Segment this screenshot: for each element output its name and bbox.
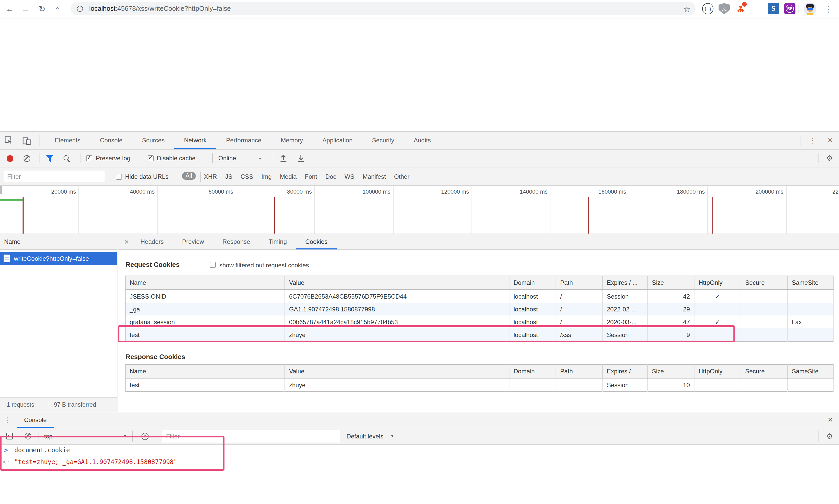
filter-type-manifest[interactable]: Manifest [363,168,386,185]
console-command-text[interactable]: document.cookie [14,445,70,456]
console-clear-icon[interactable] [24,433,31,439]
bookmark-star-icon[interactable]: ☆ [683,2,691,15]
column-header-expires[interactable]: Expires / ... [602,276,648,290]
s-extension-icon[interactable]: S [768,3,779,14]
column-header-size[interactable]: Size [648,364,694,378]
detail-tab-cookies[interactable]: Cookies [296,234,337,249]
throttling-select[interactable]: Online [219,149,236,167]
cookie-cell[interactable]: localhost [509,328,556,341]
cookie-cell[interactable]: 2022-02-... [602,303,648,316]
import-har-icon[interactable] [280,155,287,162]
name-column-header[interactable]: Name [4,238,20,245]
cookie-row-grafana_session[interactable]: grafana_session00b65787a441a24ca18c915b9… [125,316,834,328]
cookie-cell[interactable]: 42 [648,290,694,303]
devtools-tab-elements[interactable]: Elements [45,132,90,149]
column-header-path[interactable]: Path [556,276,602,290]
devtools-tab-network[interactable]: Network [174,132,216,149]
sitemap-extension-icon[interactable] [735,3,746,14]
drawer-menu-icon[interactable]: ⋮ [3,412,11,428]
cookie-cell[interactable]: 9 [648,328,694,341]
cookie-cell[interactable] [787,378,834,392]
cookie-cell[interactable]: 2020-03-... [602,316,648,328]
cookie-row-test[interactable]: testzhuyelocalhost/xssSession9 [125,328,834,341]
cookie-row-JSESSIONID[interactable]: JSESSIONID6C7076B2653A48CB55576D75F9E5CD… [125,290,834,303]
forward-icon[interactable]: → [20,0,31,18]
cookie-cell[interactable] [741,328,787,341]
cookie-cell[interactable] [694,328,741,341]
network-overview[interactable]: 20000 ms40000 ms60000 ms80000 ms100000 m… [0,186,839,234]
column-header-httponly[interactable]: HttpOnly [694,364,741,378]
filter-funnel-icon[interactable] [46,155,53,162]
cookie-row-_ga[interactable]: _gaGA1.1.907472498.1580877998localhost/2… [125,303,834,316]
browser-menu-icon[interactable]: ⋮ [823,0,834,18]
cookie-cell[interactable]: localhost [509,290,556,303]
column-header-name[interactable]: Name [125,276,285,290]
hide-data-urls-checkbox[interactable] [116,174,122,180]
devtools-tab-security[interactable]: Security [362,132,404,149]
cookie-cell[interactable]: / [556,316,602,328]
console-settings-gear-icon[interactable]: ⚙ [826,428,833,444]
column-header-value[interactable]: Value [285,276,509,290]
request-row-selected[interactable]: writeCookie?httpOnly=false [0,252,117,265]
cookie-cell[interactable] [694,303,741,316]
cookie-row-test[interactable]: testzhuyeSession10 [125,378,834,392]
cookie-cell[interactable]: grafana_session [125,316,285,328]
cookie-cell[interactable] [741,290,787,303]
url-text[interactable]: localhost:45678/xss/writeCookie?httpOnly… [89,2,231,15]
cookie-cell[interactable]: test [125,328,285,341]
console-filter-input[interactable] [162,430,340,443]
column-header-value[interactable]: Value [285,364,509,378]
devtools-tab-sources[interactable]: Sources [132,132,174,149]
detail-close-icon[interactable]: × [122,234,131,249]
column-header-domain[interactable]: Domain [509,276,556,290]
filter-type-media[interactable]: Media [280,168,297,185]
cookie-cell[interactable] [741,378,787,392]
console-levels-select[interactable]: Default levels [347,428,383,445]
reload-icon[interactable]: ↻ [36,0,48,18]
column-header-secure[interactable]: Secure [741,276,787,290]
cookie-cell[interactable]: Session [602,328,648,341]
live-expression-eye-icon[interactable] [141,433,148,440]
filter-type-all[interactable]: All [182,172,196,180]
detail-tab-timing[interactable]: Timing [259,234,296,249]
cookie-cell[interactable]: Lax [787,316,834,328]
detail-tab-response[interactable]: Response [213,234,259,249]
cookie-cell[interactable] [741,316,787,328]
cookie-cell[interactable]: zhuye [285,378,509,392]
devtools-tab-performance[interactable]: Performance [216,132,271,149]
avatar[interactable] [804,3,817,15]
devtools-menu-icon[interactable]: ⋮ [809,132,817,149]
grid-extension-icon[interactable] [751,3,763,14]
drawer-close-icon[interactable]: × [826,412,835,427]
filter-type-img[interactable]: Img [261,168,272,185]
column-header-samesite[interactable]: SameSite [787,364,834,378]
cookie-cell[interactable]: Session [602,290,648,303]
cookie-cell[interactable]: Session [602,378,648,392]
cookie-cell[interactable] [509,378,556,392]
cookie-cell[interactable]: /xss [556,328,602,341]
page-info-icon[interactable] [77,6,83,12]
filter-type-font[interactable]: Font [305,168,317,185]
devtools-tab-console[interactable]: Console [90,132,132,149]
console-messages[interactable]: > document.cookie <· "test=zhuye; _ga=GA… [0,445,839,504]
preserve-log-checkbox[interactable] [86,155,92,161]
column-header-name[interactable]: Name [125,364,285,378]
show-filtered-checkbox[interactable] [210,262,216,268]
column-header-secure[interactable]: Secure [741,364,787,378]
network-settings-gear-icon[interactable]: ⚙ [826,149,833,167]
filter-type-doc[interactable]: Doc [326,168,336,185]
filter-type-other[interactable]: Other [394,168,409,185]
cookie-cell[interactable]: localhost [509,303,556,316]
rp-extension-icon[interactable]: RP [784,3,796,14]
cookie-cell[interactable]: JSESSIONID [125,290,285,303]
cookie-cell[interactable]: ✓ [694,290,741,303]
record-button[interactable] [7,155,13,162]
cookie-cell[interactable] [741,303,787,316]
column-header-httponly[interactable]: HttpOnly [694,276,741,290]
disable-cache-label[interactable]: Disable cache [157,149,195,167]
request-list-header[interactable]: Name [0,234,117,250]
clear-icon[interactable] [23,155,30,162]
detail-tab-headers[interactable]: Headers [131,234,173,249]
cookie-cell[interactable] [787,328,834,341]
console-sidebar-icon[interactable] [6,433,13,439]
